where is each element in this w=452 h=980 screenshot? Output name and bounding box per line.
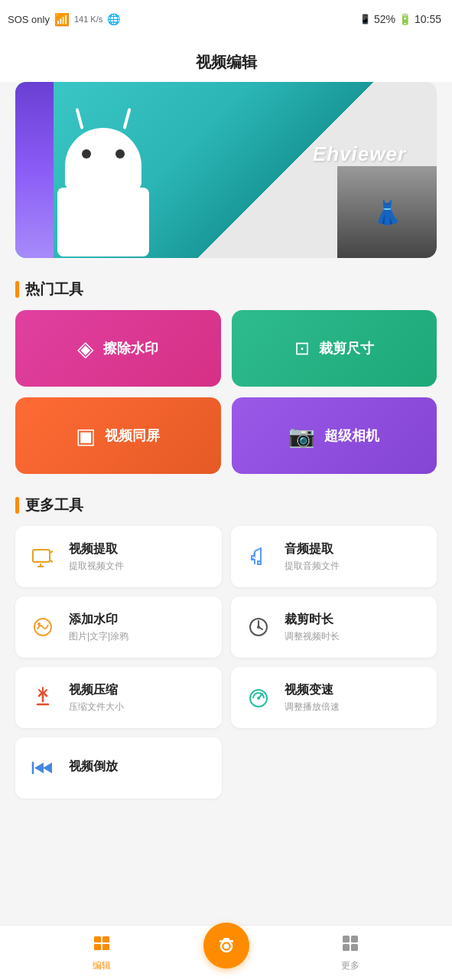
- svg-rect-27: [343, 936, 350, 942]
- clip-duration-info: 裁剪时长 调整视频时长: [285, 612, 340, 643]
- status-bar: SOS only 📶 141 K/s 🌐 📱 52% 🔋 10:55: [0, 0, 452, 38]
- video-extract-info: 视频提取 提取视频文件: [69, 541, 124, 573]
- audio-extract-card[interactable]: ♪ 音频提取 提取音频文件: [231, 526, 437, 587]
- video-compress-name: 视频压缩: [69, 682, 124, 698]
- video-compress-desc: 压缩文件大小: [69, 701, 124, 714]
- watermark-remove-button[interactable]: ◈ 擦除水印: [15, 310, 221, 387]
- bottom-nav: 编辑 更多: [0, 925, 452, 980]
- add-watermark-desc: 图片|文字|涂鸦: [69, 630, 128, 643]
- video-speed-icon: [242, 681, 275, 714]
- nav-more-icon: [341, 934, 359, 957]
- video-speed-desc: 调整播放倍速: [285, 701, 340, 714]
- more-tools-accent: [15, 497, 19, 514]
- audio-extract-icon: ♪: [242, 540, 275, 573]
- video-extract-card[interactable]: 视频提取 提取视频文件: [15, 526, 222, 587]
- antenna-left: [75, 108, 83, 129]
- add-watermark-info: 添加水印 图片|文字|涂鸦: [69, 612, 128, 643]
- svg-rect-21: [94, 936, 101, 942]
- status-right: 📱 52% 🔋 10:55: [359, 13, 441, 25]
- video-compress-card[interactable]: 视频压缩 压缩文件大小: [15, 667, 222, 728]
- video-extract-desc: 提取视频文件: [69, 560, 124, 573]
- antenna-right: [122, 108, 131, 129]
- robot-body: [57, 188, 149, 256]
- super-camera-icon: 📷: [288, 423, 315, 449]
- video-speed-card[interactable]: 视频变速 调整播放倍速: [231, 667, 437, 728]
- battery-text: 52%: [374, 13, 395, 25]
- video-extract-name: 视频提取: [69, 541, 124, 557]
- audio-extract-desc: 提取音频文件: [285, 560, 340, 573]
- banner[interactable]: Ehviewer 资源丰富 任您浏览 👗: [15, 82, 437, 258]
- banner-app-name: Ehviewer: [313, 142, 406, 166]
- svg-rect-24: [102, 944, 109, 950]
- content-area: 视频编辑 Ehviewer 资源丰富 任您浏览 👗: [0, 38, 452, 875]
- hot-tools-header: 热门工具: [0, 273, 452, 310]
- nav-camera-center[interactable]: [203, 938, 249, 969]
- add-watermark-icon: [26, 610, 60, 644]
- nav-edit[interactable]: 编辑: [0, 934, 203, 972]
- nav-more-label: 更多: [341, 959, 359, 972]
- nav-edit-icon: [93, 934, 111, 957]
- add-watermark-name: 添加水印: [69, 612, 128, 628]
- nav-more[interactable]: 更多: [249, 934, 453, 972]
- video-compress-info: 视频压缩 压缩文件大小: [69, 682, 124, 714]
- audio-extract-info: 音频提取 提取音频文件: [285, 541, 340, 573]
- network-speed: 141 K/s: [74, 15, 102, 24]
- video-extract-icon: [26, 540, 60, 573]
- svg-point-26: [223, 943, 229, 949]
- clip-duration-card[interactable]: 裁剪时长 调整视频时长: [231, 596, 437, 658]
- super-camera-label: 超级相机: [324, 426, 379, 445]
- video-reverse-name: 视频倒放: [69, 759, 118, 775]
- banner-inner: Ehviewer 资源丰富 任您浏览 👗: [15, 82, 437, 258]
- crop-icon: ⊡: [294, 338, 310, 359]
- watermark-remove-icon: ◈: [77, 336, 94, 361]
- split-screen-label: 视频同屏: [105, 426, 160, 445]
- nav-edit-label: 编辑: [93, 959, 111, 972]
- eye-right: [115, 149, 125, 158]
- super-camera-button[interactable]: 📷 超级相机: [232, 397, 437, 474]
- extra-icon: 🌐: [107, 13, 120, 25]
- video-speed-info: 视频变速 调整播放倍速: [285, 682, 340, 714]
- video-speed-name: 视频变速: [285, 682, 340, 698]
- hot-tools-title: 热门工具: [25, 279, 83, 299]
- clip-duration-name: 裁剪时长: [285, 612, 340, 628]
- svg-marker-19: [43, 763, 52, 773]
- split-screen-icon: ▣: [76, 423, 96, 449]
- banner-right-photo: 👗: [337, 166, 437, 258]
- svg-rect-30: [351, 944, 358, 951]
- svg-point-7: [37, 622, 41, 626]
- status-left: SOS only 📶 141 K/s 🌐: [8, 12, 120, 27]
- crop-size-label: 裁剪尺寸: [319, 339, 374, 358]
- battery-icon: 🔋: [398, 13, 411, 25]
- svg-rect-23: [94, 944, 101, 950]
- video-reverse-card[interactable]: 视频倒放: [15, 737, 222, 799]
- time-display: 10:55: [415, 13, 441, 25]
- svg-rect-0: [33, 550, 50, 562]
- audio-extract-name: 音频提取: [285, 541, 340, 557]
- page-title: 视频编辑: [0, 38, 452, 82]
- svg-marker-18: [34, 763, 44, 773]
- sos-text: SOS only: [8, 14, 50, 25]
- video-reverse-icon: [26, 751, 60, 785]
- sim-icon: 📱: [359, 14, 371, 24]
- svg-rect-29: [343, 944, 350, 951]
- hot-tools-grid: ◈ 擦除水印 ⊡ 裁剪尺寸 ▣ 视频同屏 📷 超级相机: [0, 310, 452, 489]
- svg-point-17: [257, 697, 260, 700]
- split-screen-button[interactable]: ▣ 视频同屏: [15, 397, 221, 474]
- clip-duration-desc: 调整视频时长: [285, 630, 340, 643]
- center-camera-button[interactable]: [203, 923, 249, 969]
- robot-head: [65, 128, 141, 189]
- signal-icon: 📶: [54, 12, 70, 27]
- android-robot: [38, 105, 168, 258]
- eye-left: [82, 149, 91, 158]
- video-compress-icon: [26, 681, 60, 714]
- svg-rect-28: [351, 936, 358, 942]
- crop-size-button[interactable]: ⊡ 裁剪尺寸: [232, 310, 437, 387]
- add-watermark-card[interactable]: 添加水印 图片|文字|涂鸦: [15, 596, 222, 658]
- more-tools-header: 更多工具: [0, 489, 452, 526]
- video-reverse-info: 视频倒放: [69, 759, 118, 777]
- svg-rect-22: [102, 936, 109, 942]
- svg-point-11: [257, 626, 260, 629]
- hot-tools-accent: [15, 281, 19, 298]
- more-tools-title: 更多工具: [25, 495, 83, 515]
- svg-text:♪: ♪: [250, 548, 257, 564]
